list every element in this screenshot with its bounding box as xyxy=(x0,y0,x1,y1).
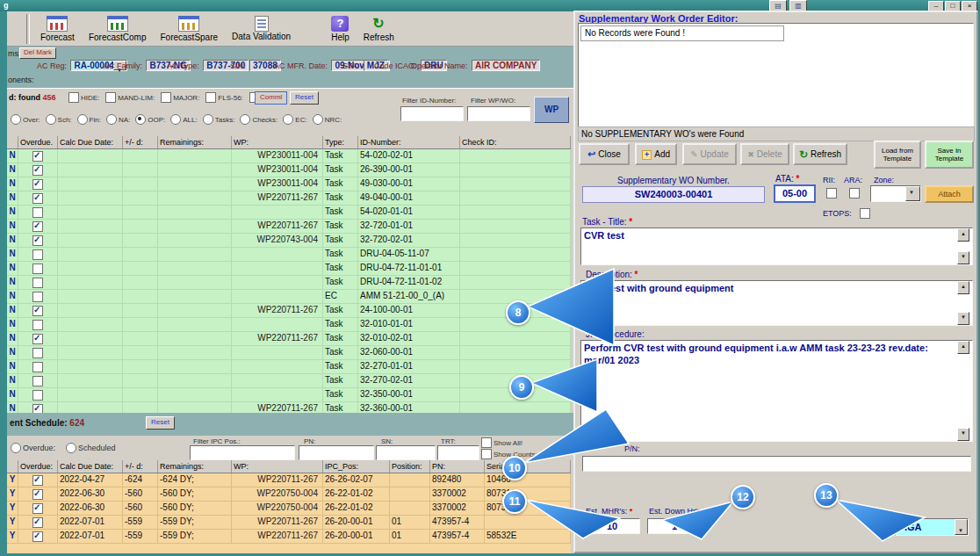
checkbox-icon[interactable] xyxy=(481,449,492,459)
radio-icon[interactable] xyxy=(313,114,323,125)
overdue-checkbox[interactable] xyxy=(32,489,43,500)
task-row[interactable]: N Task DRU-04-05-11-07 xyxy=(7,248,571,262)
task-row[interactable]: N WP230011-004 Task 49-030-00-01 xyxy=(7,177,571,191)
comml-button[interactable]: Comml xyxy=(255,91,287,105)
filter-id-input[interactable] xyxy=(400,106,464,121)
filter-radio[interactable]: Checks: xyxy=(240,114,277,125)
sn-filter-input[interactable] xyxy=(376,445,436,460)
etops-checkbox[interactable] xyxy=(860,208,870,219)
component-row[interactable]: Y 2022-07-01 -559 -559 DY; WP220711-267 … xyxy=(7,516,571,530)
prepared-by-dropdown[interactable]: AGA xyxy=(895,518,969,536)
radio-icon[interactable] xyxy=(66,443,76,453)
reset-button[interactable]: Reset xyxy=(290,91,319,105)
ara-checkbox[interactable] xyxy=(849,188,860,199)
component-row[interactable]: Y 2022-06-30 -560 -560 DY; WP220750-004 … xyxy=(7,487,571,502)
overdue-checkbox[interactable] xyxy=(32,390,43,401)
scroll-down-icon[interactable] xyxy=(957,428,969,441)
filter-wp-input[interactable] xyxy=(467,106,530,121)
overdue-checkbox[interactable] xyxy=(32,503,43,514)
scroll-up-icon[interactable] xyxy=(957,281,969,294)
radio-icon[interactable] xyxy=(11,114,21,125)
scroll-down-icon[interactable] xyxy=(957,312,969,325)
pn-filter-input[interactable] xyxy=(299,445,374,460)
task-title-scrollbar[interactable] xyxy=(957,228,969,264)
overdue-checkbox[interactable] xyxy=(32,249,43,260)
checkbox-icon[interactable] xyxy=(68,92,79,103)
pn-input[interactable] xyxy=(582,456,971,472)
toolbar-button[interactable]: Refresh xyxy=(357,11,401,46)
task-title-textarea[interactable]: CVR test xyxy=(580,227,973,265)
zone-dropdown[interactable] xyxy=(870,185,921,202)
component-row[interactable]: Y 2022-06-30 -560 -560 DY; WP220750-004 … xyxy=(7,502,571,516)
radio-icon[interactable] xyxy=(11,443,21,453)
jic-scrollbar[interactable] xyxy=(957,341,969,441)
scroll-down-icon[interactable] xyxy=(957,251,969,264)
task-row[interactable]: N Task 32-270-02-01 xyxy=(7,374,571,388)
chevron-down-icon[interactable] xyxy=(905,186,920,201)
overdue-checkbox[interactable] xyxy=(32,278,43,288)
toolbar-button[interactable]: ForecastComp xyxy=(82,11,154,46)
task-row[interactable]: N Task DRU-04-72-11-01-01 xyxy=(7,262,571,276)
checkbox-icon[interactable] xyxy=(481,437,492,448)
task-row[interactable]: N Task 32-060-00-01 xyxy=(7,346,571,360)
task-row[interactable]: N Task 32-270-01-01 xyxy=(7,360,571,374)
attach-button[interactable]: Attach xyxy=(925,185,974,203)
task-row[interactable]: N Task 54-020-01-01 xyxy=(7,206,571,220)
overdue-checkbox[interactable] xyxy=(32,348,43,358)
task-row[interactable]: N WP220711-267 Task 49-040-00-01 xyxy=(7,191,571,206)
radio-icon[interactable] xyxy=(77,114,88,125)
overdue-checkbox[interactable] xyxy=(32,517,43,528)
overdue-checkbox[interactable] xyxy=(32,193,43,204)
toolbar-button[interactable]: Forecast xyxy=(33,11,82,46)
checkbox-icon[interactable] xyxy=(205,92,216,103)
task-row[interactable]: N WP220743-004 Task 32-720-02-01 xyxy=(7,234,571,248)
radio-icon[interactable] xyxy=(170,114,181,125)
component-reset-button[interactable]: Reset xyxy=(146,416,175,430)
task-row[interactable]: N EC AMM 51-21-00_0_(A) xyxy=(7,290,571,304)
overdue-checkbox[interactable] xyxy=(32,306,43,316)
save-in-template-button[interactable]: Save In Template xyxy=(925,141,974,169)
filter-radio[interactable]: Tasks: xyxy=(203,114,235,125)
chevron-down-icon[interactable] xyxy=(955,519,968,535)
component-row[interactable]: Y 2022-07-01 -559 -559 DY; WP220711-267 … xyxy=(7,530,571,544)
toolbar-button[interactable]: Data Validation xyxy=(225,11,298,46)
task-row[interactable]: N WP220711-267 Task 24-100-00-01 xyxy=(7,304,571,318)
task-row[interactable]: N WP220711-267 Task 32-010-02-01 xyxy=(7,332,571,346)
overdue-checkbox[interactable] xyxy=(32,292,43,302)
filter-radio[interactable]: NRC: xyxy=(313,114,342,125)
scroll-up-icon[interactable] xyxy=(957,341,969,354)
overdue-checkbox[interactable] xyxy=(32,207,43,218)
overdue-checkbox[interactable] xyxy=(32,165,43,176)
overdue-checkbox[interactable] xyxy=(32,334,43,344)
refresh-editor-button[interactable]: Refresh xyxy=(793,143,847,165)
filter-radio[interactable]: Fin: xyxy=(77,114,101,125)
overdue-checkbox[interactable] xyxy=(32,264,43,274)
rii-checkbox[interactable] xyxy=(826,188,837,199)
load-from-template-button[interactable]: Load from Template xyxy=(874,141,921,169)
filter-checkbox[interactable]: FLS-56: xyxy=(205,92,242,103)
task-row[interactable]: N WP220711-267 Task 32-720-01-01 xyxy=(7,220,571,234)
description-textarea[interactable]: CVR test with ground equipment xyxy=(580,280,973,326)
radio-icon[interactable] xyxy=(106,114,117,125)
filter-checkbox[interactable]: MAJOR: xyxy=(161,92,199,103)
filter-radio[interactable]: NA: xyxy=(106,114,130,125)
ata-input[interactable]: 05-00 xyxy=(774,184,816,203)
trt-filter-input[interactable] xyxy=(437,445,479,460)
filter-radio[interactable]: Sch: xyxy=(46,114,72,125)
filter-radio[interactable]: ALL: xyxy=(170,114,197,125)
add-button[interactable]: Add xyxy=(635,143,677,165)
overdue-checkbox[interactable] xyxy=(32,475,43,486)
component-row[interactable]: Y 2022-04-27 -624 -624 DY; WP220711-267 … xyxy=(7,473,571,487)
overdue-checkbox[interactable] xyxy=(32,151,43,162)
jic-procedure-textarea[interactable]: Perform CVR test with ground equipment i… xyxy=(580,340,973,442)
radio-icon[interactable] xyxy=(240,114,250,125)
wp-button[interactable]: WP xyxy=(534,97,569,123)
filter-checkbox[interactable]: HIDE: xyxy=(68,92,99,103)
filter-checkbox[interactable]: MAND-LIM: xyxy=(105,92,155,103)
scroll-up-icon[interactable] xyxy=(957,228,969,242)
show-all-checkbox[interactable]: Show All! xyxy=(481,437,522,448)
radio-icon[interactable] xyxy=(283,114,293,125)
delete-button[interactable]: Delete xyxy=(740,143,789,165)
update-button[interactable]: Update xyxy=(682,143,737,165)
est-down-input[interactable]: 1 xyxy=(647,518,702,534)
